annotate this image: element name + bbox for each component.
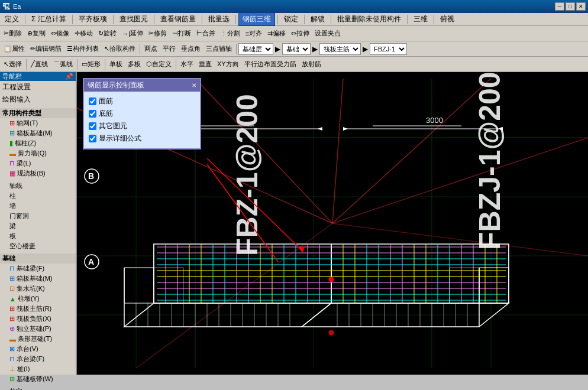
- btn-move[interactable]: ✛ 移动: [72, 27, 95, 40]
- svg-line-11: [332, 79, 343, 223]
- btn-radial[interactable]: 放射筋: [299, 58, 324, 71]
- maximize-button[interactable]: □: [566, 2, 575, 11]
- btn-stretch[interactable]: ⇔ 拉伸: [289, 27, 312, 40]
- sep6: [235, 15, 236, 24]
- checkbox-bot-rebar[interactable]: 底筋: [89, 108, 195, 120]
- menu-lock[interactable]: 锁定: [280, 13, 302, 25]
- menu-batch[interactable]: 批量选: [205, 13, 233, 25]
- btn-trim[interactable]: ✂ 修剪: [146, 27, 169, 40]
- btn-component-list[interactable]: ☰ 构件列表: [64, 43, 101, 56]
- btn-single-slab[interactable]: 单板: [107, 58, 125, 71]
- btn-rotate[interactable]: ↻ 旋转: [96, 27, 119, 40]
- sidebar-drawing[interactable]: 绘图输入: [0, 93, 76, 106]
- sidebar-item-wall-grp[interactable]: 墙: [0, 201, 76, 211]
- sidebar-item-wall[interactable]: ▬ 剪力墙(Q): [0, 148, 76, 158]
- sidebar-item-raft2[interactable]: ⊞ 箱板基础(M): [0, 274, 76, 284]
- close-button[interactable]: ✕: [576, 2, 586, 11]
- sidebar-item-axis-grp[interactable]: 轴线: [0, 181, 76, 191]
- checkbox-face-rebar[interactable]: 面筋: [89, 95, 195, 108]
- btn-parallel[interactable]: 平行: [160, 43, 178, 56]
- check-bot[interactable]: [89, 110, 96, 118]
- select-label: 选择: [9, 60, 22, 69]
- btn-split[interactable]: ⋮ 分割: [218, 27, 243, 40]
- trim-label: 修剪: [154, 29, 167, 38]
- btn-vertical[interactable]: 垂直: [196, 58, 214, 71]
- btn-merge[interactable]: ⊢ 合并: [194, 27, 218, 40]
- menu-3d[interactable]: 三维: [410, 13, 431, 25]
- sidebar-item-cap[interactable]: ⊠ 承台(V): [0, 344, 76, 354]
- btn-align[interactable]: ≡ 对齐: [243, 27, 264, 40]
- check-other[interactable]: [89, 122, 96, 130]
- menu-summary[interactable]: Σ 汇总计算: [28, 13, 70, 25]
- menu-align[interactable]: 平齐板项: [75, 13, 111, 25]
- checkbox-other[interactable]: 其它图元: [89, 120, 195, 132]
- element-select[interactable]: FBZJ-1: [370, 43, 407, 55]
- btn-copy[interactable]: ⊕ 复制: [25, 27, 48, 40]
- sidebar-item-strip[interactable]: ▬ 条形基础(T): [0, 334, 76, 344]
- checkbox-formula[interactable]: 显示详细公式: [89, 132, 195, 145]
- sidebar-item-column-grp[interactable]: 柱: [0, 191, 76, 201]
- sidebar-item-mat[interactable]: ⊞ 基础板带(W): [0, 374, 76, 384]
- float-panel-title[interactable]: 钢筋显示控制面板 ✕: [84, 79, 200, 92]
- sidebar-item-capbeam[interactable]: ⊓ 承台梁(F): [0, 354, 76, 364]
- sidebar-item-opening[interactable]: 门窗洞: [0, 211, 76, 221]
- sidebar-item-raft-bot[interactable]: ⊞ 筏板负筋(X): [0, 314, 76, 324]
- check-formula[interactable]: [89, 135, 96, 142]
- app-title: Ea: [13, 3, 21, 10]
- btn-perp-angle[interactable]: 垂点角: [179, 43, 203, 56]
- sidebar-pin-icon[interactable]: 📌: [65, 73, 73, 80]
- btn-xy[interactable]: XY方向: [215, 58, 241, 71]
- btn-two-points[interactable]: 两点: [142, 43, 160, 56]
- sidebar-item-axis[interactable]: ⊞ 轴网(T): [0, 118, 76, 128]
- btn-rect[interactable]: ▭ 矩形: [79, 58, 103, 71]
- canvas-area[interactable]: FBZ-1@200 FBZJ-1@200 4800 3000 B A: [77, 72, 588, 375]
- sidebar-item-beam[interactable]: ⊓ 梁(L): [0, 158, 76, 168]
- menu-rebar-3d[interactable]: 钢筋三维: [238, 12, 275, 26]
- float-panel-close[interactable]: ✕: [192, 82, 196, 89]
- sidebar-item-col[interactable]: ▮ 框柱(Z): [0, 138, 76, 148]
- sidebar-item-slab[interactable]: ▦ 现浇板(B): [0, 168, 76, 178]
- btn-arc[interactable]: ⌒ 弧线: [51, 58, 75, 71]
- minimize-button[interactable]: ─: [555, 2, 564, 11]
- sidebar-item-raft1[interactable]: ⊞ 箱板基础(M): [0, 128, 76, 138]
- sidebar-item-pile[interactable]: ⊥ 桩(I): [0, 364, 76, 374]
- layer-select[interactable]: 基础: [282, 43, 311, 55]
- sidebar-item-fbeam[interactable]: ⊓ 基础梁(F): [0, 264, 76, 274]
- menu-top-view[interactable]: 俯视: [437, 13, 458, 25]
- btn-break[interactable]: ⊣ 打断: [170, 27, 193, 40]
- sidebar-item-hollow[interactable]: 空心楼盖: [0, 241, 76, 251]
- sidebar-engineering[interactable]: 工程设置: [0, 81, 76, 93]
- sidebar-item-iso[interactable]: ⊕ 独立基础(P): [0, 324, 76, 334]
- btn-grip[interactable]: 设置夹点: [312, 27, 343, 40]
- sidebar-item-other[interactable]: 其它: [0, 386, 76, 390]
- menu-unlock[interactable]: 解锁: [307, 13, 328, 25]
- btn-select[interactable]: ↖ 选择: [1, 58, 24, 71]
- btn-three-point[interactable]: 三点辅轴: [203, 43, 234, 56]
- btn-extend[interactable]: →| 延伸: [119, 27, 146, 40]
- btn-horizontal[interactable]: 水平: [178, 58, 196, 71]
- btn-custom[interactable]: ⬡ 自定义: [144, 58, 174, 71]
- btn-pick[interactable]: ↖ 拾取构件: [102, 43, 138, 56]
- menu-batch-delete[interactable]: 批量删除未使用构件: [334, 13, 405, 25]
- parallel-rebar-label: 平行边布置受力筋: [244, 60, 296, 69]
- rect-icon: ▭: [82, 60, 88, 68]
- sidebar-item-raft-top[interactable]: ⊞ 筏板主筋(R): [0, 304, 76, 314]
- btn-multi-slab[interactable]: 多板: [125, 58, 143, 71]
- btn-offset[interactable]: ⇉ 偏移: [265, 27, 288, 40]
- btn-properties[interactable]: 📋 属性: [1, 43, 27, 56]
- btn-edit-rebar[interactable]: ✏ 编辑钢筋: [28, 43, 64, 56]
- menu-define[interactable]: 定义: [1, 13, 22, 25]
- check-face[interactable]: [89, 98, 96, 105]
- btn-mirror[interactable]: ⇔ 镜像: [49, 27, 72, 40]
- sidebar-item-beam-grp[interactable]: 梁: [0, 221, 76, 231]
- btn-delete[interactable]: ✂ 删除: [1, 27, 24, 40]
- btn-line[interactable]: ╱ 直线: [28, 58, 50, 71]
- btn-parallel-rebar[interactable]: 平行边布置受力筋: [242, 58, 299, 71]
- rebar-select[interactable]: 筏板主筋: [319, 43, 361, 55]
- menu-find[interactable]: 查找图元: [116, 13, 151, 25]
- sidebar-item-pit[interactable]: ⊡ 集水坑(K): [0, 284, 76, 294]
- menu-rebar-view[interactable]: 查看钢筋量: [157, 13, 199, 25]
- base-layer-select[interactable]: 基础层: [238, 43, 273, 55]
- sidebar-item-slab-grp[interactable]: 板: [0, 231, 76, 241]
- sidebar-item-col-cap[interactable]: ▲ 柱墩(Y): [0, 294, 76, 304]
